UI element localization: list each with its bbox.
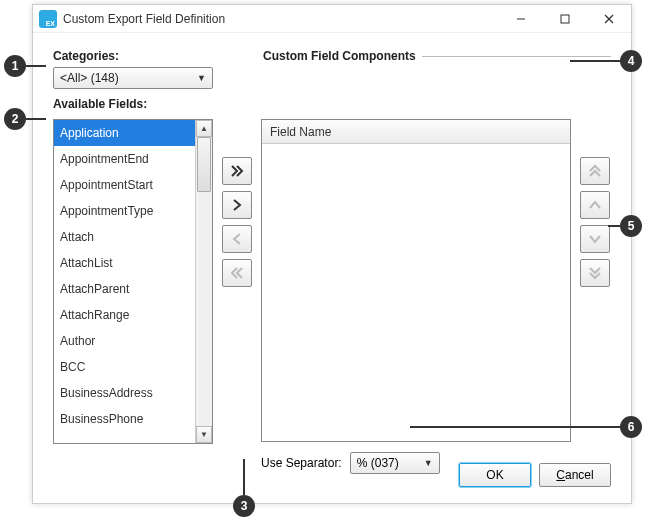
chevron-left-icon xyxy=(230,232,244,246)
chevron-down-icon xyxy=(588,232,602,246)
ok-button-label: OK xyxy=(486,468,503,482)
callout-6: 6 xyxy=(620,416,642,438)
remove-button[interactable] xyxy=(222,225,252,253)
callout-4: 4 xyxy=(620,50,642,72)
list-item[interactable]: Author xyxy=(54,328,195,354)
list-item[interactable]: AppointmentStart xyxy=(54,172,195,198)
double-chevron-right-icon xyxy=(230,164,244,178)
callout-1: 1 xyxy=(4,55,26,77)
scroll-up-button[interactable]: ▲ xyxy=(196,120,212,137)
scroll-thumb[interactable] xyxy=(197,137,211,192)
available-fields-label: Available Fields: xyxy=(53,97,213,111)
chevron-down-icon: ▼ xyxy=(424,458,433,468)
list-item[interactable]: Application xyxy=(54,120,195,146)
list-item[interactable]: AttachRange xyxy=(54,302,195,328)
list-item[interactable]: Attach xyxy=(54,224,195,250)
categories-dropdown-value: <All> (148) xyxy=(60,71,119,85)
minimize-icon xyxy=(516,14,526,24)
close-icon xyxy=(604,14,614,24)
scroll-down-button[interactable]: ▼ xyxy=(196,426,212,443)
list-item[interactable]: BCC xyxy=(54,354,195,380)
list-item[interactable]: BusinessPhone xyxy=(54,406,195,432)
use-separator-label: Use Separator: xyxy=(261,456,342,470)
group-divider xyxy=(422,56,611,57)
ok-button[interactable]: OK xyxy=(459,463,531,487)
titlebar: Custom Export Field Definition xyxy=(33,5,631,33)
double-chevron-down-icon xyxy=(588,266,602,280)
minimize-button[interactable] xyxy=(499,5,543,33)
add-all-button[interactable] xyxy=(222,157,252,185)
categories-label: Categories: xyxy=(53,49,213,63)
double-chevron-up-icon xyxy=(588,164,602,178)
callout-3: 3 xyxy=(233,495,255,517)
chevron-up-icon xyxy=(588,198,602,212)
list-item[interactable]: AppointmentEnd xyxy=(54,146,195,172)
maximize-icon xyxy=(560,14,570,24)
custom-components-list[interactable]: Field Name xyxy=(261,119,571,442)
move-top-button[interactable] xyxy=(580,157,610,185)
categories-dropdown[interactable]: <All> (148) ▼ xyxy=(53,67,213,89)
double-chevron-left-icon xyxy=(230,266,244,280)
svg-rect-1 xyxy=(561,15,569,23)
move-up-button[interactable] xyxy=(580,191,610,219)
callout-5: 5 xyxy=(620,215,642,237)
move-bottom-button[interactable] xyxy=(580,259,610,287)
dialog-window: Custom Export Field Definition Categorie… xyxy=(32,4,632,504)
chevron-down-icon: ▼ xyxy=(197,73,206,83)
custom-components-label: Custom Field Components xyxy=(263,49,416,63)
components-column-header: Field Name xyxy=(262,120,570,144)
maximize-button[interactable] xyxy=(543,5,587,33)
callout-2: 2 xyxy=(4,108,26,130)
list-item[interactable]: AttachList xyxy=(54,250,195,276)
list-item[interactable]: AppointmentType xyxy=(54,198,195,224)
list-item[interactable]: BusinessAddress xyxy=(54,380,195,406)
separator-dropdown[interactable]: % (037) ▼ xyxy=(350,452,440,474)
scrollbar[interactable]: ▲ ▼ xyxy=(195,120,212,443)
scroll-track[interactable] xyxy=(196,137,212,426)
window-title: Custom Export Field Definition xyxy=(63,12,225,26)
chevron-right-icon xyxy=(230,198,244,212)
move-down-button[interactable] xyxy=(580,225,610,253)
cancel-button[interactable]: Cancel xyxy=(539,463,611,487)
separator-dropdown-value: % (037) xyxy=(357,456,399,470)
remove-all-button[interactable] xyxy=(222,259,252,287)
close-button[interactable] xyxy=(587,5,631,33)
available-fields-list[interactable]: Application AppointmentEnd AppointmentSt… xyxy=(53,119,213,444)
app-icon xyxy=(39,10,57,28)
list-item[interactable]: AttachParent xyxy=(54,276,195,302)
add-button[interactable] xyxy=(222,191,252,219)
